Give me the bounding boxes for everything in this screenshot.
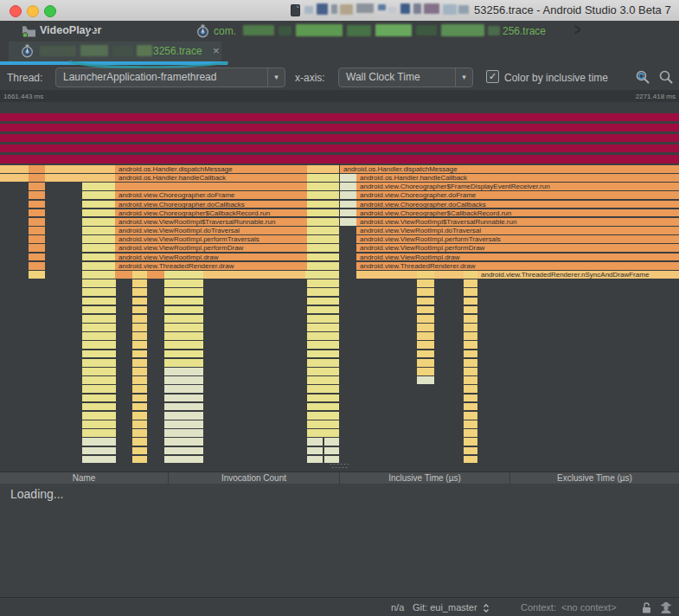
flame-bar[interactable] bbox=[307, 359, 339, 367]
flame-bar[interactable] bbox=[464, 315, 477, 323]
flame-bar[interactable] bbox=[417, 324, 434, 331]
flame-bar[interactable] bbox=[307, 174, 339, 182]
flame-bar[interactable] bbox=[164, 332, 203, 340]
breadcrumb-trace-prefix[interactable]: com. bbox=[214, 25, 236, 37]
flame-bar[interactable] bbox=[464, 385, 477, 393]
flame-bar[interactable] bbox=[29, 201, 45, 209]
flame-bar[interactable] bbox=[164, 420, 203, 428]
flame-bar[interactable] bbox=[464, 429, 477, 437]
flame-bar[interactable] bbox=[132, 447, 147, 455]
flame-bar[interactable] bbox=[45, 165, 115, 173]
flame-bar[interactable] bbox=[82, 341, 116, 349]
flame-bar[interactable] bbox=[82, 350, 116, 358]
flame-bar[interactable] bbox=[29, 191, 45, 199]
flame-bar[interactable] bbox=[82, 456, 116, 464]
flame-bar[interactable] bbox=[132, 324, 147, 331]
flame-bar-labeled[interactable]: android.os.Handler.dispatchMessage bbox=[115, 165, 307, 173]
flame-bar[interactable] bbox=[164, 412, 203, 420]
flame-bar[interactable] bbox=[132, 412, 147, 420]
flame-bar[interactable] bbox=[164, 306, 203, 314]
flame-bar[interactable] bbox=[417, 332, 434, 340]
flame-bar-labeled[interactable]: android.view.Choreographer.doFrame bbox=[356, 191, 679, 199]
flame-bar[interactable] bbox=[164, 429, 203, 437]
flame-bar-labeled[interactable]: android.view.ThreadedRenderer.nSyncAndDr… bbox=[477, 271, 679, 279]
flame-bar[interactable] bbox=[132, 315, 147, 323]
zoom-fit-icon[interactable] bbox=[635, 69, 650, 85]
flame-bar[interactable] bbox=[82, 271, 115, 279]
flame-bar[interactable] bbox=[164, 350, 203, 358]
flame-bar[interactable] bbox=[464, 376, 477, 384]
flame-bar[interactable] bbox=[464, 350, 477, 358]
flame-bar[interactable] bbox=[29, 262, 45, 270]
flame-bar[interactable] bbox=[164, 341, 203, 349]
flame-bar[interactable] bbox=[307, 191, 339, 199]
flame-bar[interactable] bbox=[464, 438, 477, 446]
flame-bar[interactable] bbox=[82, 218, 115, 226]
flame-bar[interactable] bbox=[307, 288, 339, 296]
flame-bar[interactable] bbox=[417, 288, 434, 296]
flame-bar[interactable] bbox=[82, 438, 116, 446]
flame-bar[interactable] bbox=[417, 279, 434, 287]
flame-bar[interactable] bbox=[307, 201, 339, 209]
flame-bar[interactable] bbox=[340, 174, 356, 182]
xaxis-select[interactable]: Wall Clock Time ▾ bbox=[338, 67, 473, 87]
flame-bar[interactable] bbox=[417, 306, 434, 314]
flame-bar[interactable] bbox=[0, 155, 679, 164]
flame-bar[interactable] bbox=[132, 403, 147, 411]
flame-bar[interactable] bbox=[164, 271, 203, 279]
flame-bar-labeled[interactable]: android.view.Choreographer$CallbackRecor… bbox=[356, 209, 679, 217]
flame-bar[interactable] bbox=[417, 376, 434, 384]
flame-bar[interactable] bbox=[164, 447, 203, 455]
flame-bar[interactable] bbox=[29, 235, 45, 243]
flame-bar[interactable] bbox=[164, 403, 203, 411]
flame-bar[interactable] bbox=[132, 332, 147, 340]
flame-bar[interactable] bbox=[307, 279, 339, 287]
flame-bar[interactable] bbox=[164, 395, 203, 402]
flame-bar[interactable] bbox=[0, 124, 679, 132]
flame-bar[interactable] bbox=[82, 447, 116, 455]
flame-bar[interactable] bbox=[164, 359, 203, 367]
flame-bar[interactable] bbox=[164, 279, 203, 287]
flame-bar[interactable] bbox=[307, 298, 339, 305]
flame-bar[interactable] bbox=[464, 288, 477, 296]
flame-bar-labeled[interactable]: android.view.ViewRootImpl.performDraw bbox=[115, 244, 307, 252]
flame-bar-labeled[interactable]: android.view.ViewRootImpl$TraversalRunna… bbox=[115, 218, 307, 226]
git-branch-widget[interactable]: Git: eui_master bbox=[413, 602, 477, 613]
flame-bar[interactable] bbox=[132, 376, 147, 384]
flame-bar[interactable] bbox=[0, 113, 679, 122]
flame-bar[interactable] bbox=[307, 324, 339, 331]
fullscreen-window-button[interactable] bbox=[44, 5, 56, 17]
flame-bar[interactable] bbox=[340, 191, 356, 199]
flame-bar[interactable] bbox=[29, 253, 45, 261]
flame-bar[interactable] bbox=[132, 271, 147, 279]
flame-bar[interactable] bbox=[307, 235, 339, 243]
flame-bar[interactable] bbox=[307, 429, 339, 437]
flame-bar[interactable] bbox=[164, 315, 203, 323]
flame-bar[interactable] bbox=[464, 298, 477, 305]
flame-bar[interactable] bbox=[132, 350, 147, 358]
flame-bar[interactable] bbox=[29, 165, 45, 173]
flame-bar[interactable] bbox=[82, 201, 115, 209]
flame-bar[interactable] bbox=[164, 385, 203, 393]
flame-bar[interactable] bbox=[82, 324, 116, 331]
inspections-hector-icon[interactable] bbox=[659, 600, 673, 614]
column-header-name[interactable]: Name bbox=[0, 472, 169, 484]
flame-bar-labeled[interactable]: android.view.ViewRootImpl.performDraw bbox=[356, 244, 679, 252]
context-value[interactable]: <no context> bbox=[561, 602, 617, 613]
flame-bar[interactable] bbox=[82, 368, 116, 375]
flame-bar[interactable] bbox=[82, 315, 116, 323]
chevron-down-icon[interactable]: ▾ bbox=[267, 68, 285, 87]
flame-bar[interactable] bbox=[0, 165, 29, 173]
flame-bar[interactable] bbox=[464, 456, 477, 464]
flame-bar[interactable] bbox=[82, 403, 116, 411]
flame-bar[interactable] bbox=[464, 447, 477, 455]
flame-bar[interactable] bbox=[164, 456, 203, 464]
flame-bar[interactable] bbox=[82, 209, 115, 217]
flame-bar[interactable] bbox=[132, 298, 147, 305]
flame-bar[interactable] bbox=[307, 438, 323, 446]
flame-bar-labeled[interactable]: android.view.ViewRootImpl.draw bbox=[115, 253, 307, 261]
flame-bar[interactable] bbox=[417, 359, 434, 367]
flame-bar[interactable] bbox=[307, 183, 339, 190]
flame-bar[interactable] bbox=[464, 412, 477, 420]
flame-bar[interactable] bbox=[324, 447, 340, 455]
